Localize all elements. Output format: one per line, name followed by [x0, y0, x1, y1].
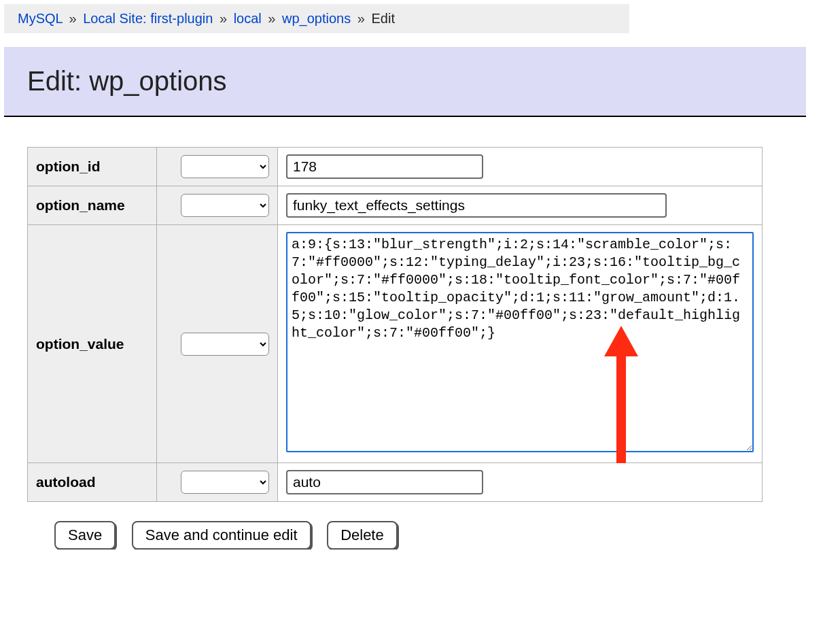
breadcrumb-current: Edit — [371, 11, 394, 26]
input-autoload[interactable] — [286, 470, 483, 494]
row-option-value: option_value — [28, 225, 763, 463]
row-autoload: autoload — [28, 463, 763, 502]
label-option-name: option_name — [28, 186, 157, 225]
delete-button[interactable]: Delete — [327, 521, 398, 550]
edit-form-table: option_id option_name option_value — [27, 147, 763, 502]
breadcrumb-link-table[interactable]: wp_options — [282, 11, 351, 26]
label-option-value: option_value — [28, 225, 157, 463]
page-title: Edit: wp_options — [27, 66, 783, 97]
input-option-id[interactable] — [286, 154, 483, 179]
row-option-id: option_id — [28, 148, 763, 186]
row-option-name: option_name — [28, 186, 763, 225]
breadcrumb: MySQL » Local Site: first-plugin » local… — [4, 4, 629, 33]
breadcrumb-link-mysql[interactable]: MySQL — [18, 11, 63, 26]
label-option-id: option_id — [28, 148, 157, 186]
breadcrumb-link-db[interactable]: local — [234, 11, 262, 26]
breadcrumb-separator: » — [220, 11, 227, 26]
breadcrumb-separator: » — [268, 11, 275, 26]
function-select-option-id[interactable] — [181, 155, 269, 178]
title-band: Edit: wp_options — [4, 47, 806, 117]
function-select-option-name[interactable] — [181, 194, 269, 217]
label-autoload: autoload — [28, 463, 157, 502]
breadcrumb-separator: » — [357, 11, 365, 26]
save-button[interactable]: Save — [54, 521, 116, 550]
breadcrumb-link-site[interactable]: Local Site: first-plugin — [83, 11, 213, 26]
save-continue-button[interactable]: Save and continue edit — [132, 521, 311, 550]
function-select-autoload[interactable] — [181, 471, 269, 494]
input-option-name[interactable] — [286, 193, 667, 218]
breadcrumb-separator: » — [69, 11, 77, 26]
function-select-option-value[interactable] — [181, 333, 269, 356]
action-buttons-row: Save Save and continue edit Delete — [54, 521, 840, 550]
textarea-option-value[interactable] — [286, 232, 754, 452]
